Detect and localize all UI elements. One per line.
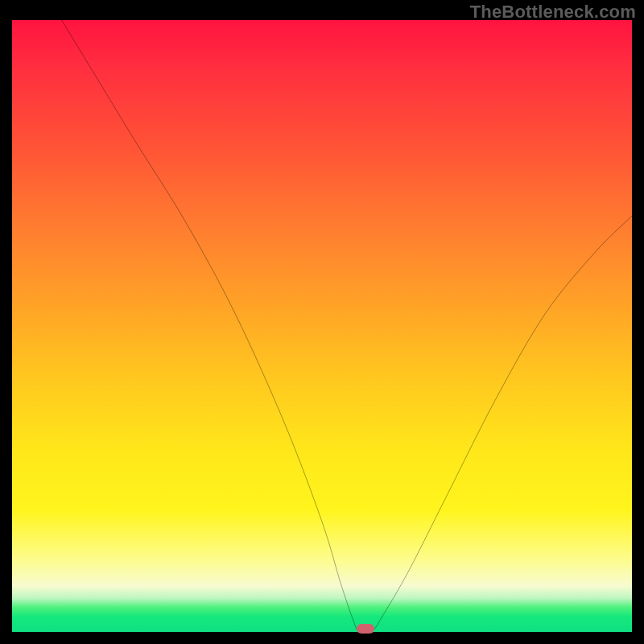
optimal-point-marker	[357, 624, 374, 634]
curve-path	[62, 20, 632, 632]
plot-area	[12, 20, 632, 632]
bottleneck-curve	[12, 20, 632, 632]
watermark-text: TheBottleneck.com	[470, 2, 636, 23]
chart-frame: TheBottleneck.com	[0, 0, 644, 644]
